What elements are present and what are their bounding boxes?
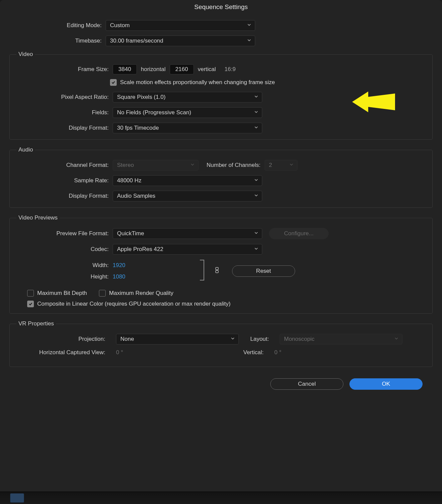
max-render-quality-checkbox[interactable] <box>99 290 106 297</box>
projection-label: Projection: <box>16 336 109 342</box>
hcv-value: 0 ° <box>116 349 230 356</box>
chevron-down-icon <box>254 246 259 253</box>
chevron-down-icon <box>247 22 252 29</box>
preview-height-value[interactable]: 1080 <box>113 273 125 280</box>
codec-label: Codec: <box>16 246 113 253</box>
video-display-format-select[interactable]: 30 fps Timecode <box>113 123 262 133</box>
vertical-label: Vertical: <box>237 349 268 356</box>
video-display-format-value: 30 fps Timecode <box>117 125 159 131</box>
fields-label: Fields: <box>16 109 113 116</box>
codec-select[interactable]: Apple ProRes 422 <box>113 244 262 255</box>
sample-rate-value: 48000 Hz <box>117 177 142 184</box>
channel-format-label: Channel Format: <box>16 162 113 169</box>
svg-rect-1 <box>216 270 218 273</box>
chevron-down-icon <box>254 193 259 199</box>
audio-display-format-value: Audio Samples <box>117 193 155 199</box>
configure-button: Configure... <box>269 228 329 239</box>
num-channels-value: 2 <box>269 162 272 169</box>
audio-display-format-label: Display Format: <box>16 193 113 199</box>
video-display-format-label: Display Format: <box>16 125 113 131</box>
bracket-icon <box>199 259 206 282</box>
preview-file-format-label: Preview File Format: <box>16 230 113 237</box>
chevron-down-icon <box>394 336 399 342</box>
sample-rate-label: Sample Rate: <box>16 177 113 184</box>
chevron-down-icon <box>254 177 259 184</box>
fields-value: No Fields (Progressive Scan) <box>117 109 191 116</box>
preview-file-format-select[interactable]: QuickTime <box>113 228 262 239</box>
editing-mode-value: Custom <box>110 22 130 29</box>
video-group: Video Frame Size: 3840 horizontal 2160 v… <box>9 51 433 140</box>
chevron-down-icon <box>254 94 259 101</box>
reset-button[interactable]: Reset <box>232 265 295 277</box>
preview-height-label: Height: <box>16 273 113 280</box>
preview-width-value[interactable]: 1920 <box>113 262 125 269</box>
preview-width-label: Width: <box>16 262 113 269</box>
vr-group: VR Properties Projection: None Layout: M… <box>9 320 433 367</box>
par-select[interactable]: Square Pixels (1.0) <box>113 92 262 103</box>
video-legend: Video <box>16 51 35 58</box>
channel-format-select: Stereo <box>113 160 199 171</box>
projection-select[interactable]: None <box>116 334 239 344</box>
vr-legend: VR Properties <box>16 320 56 327</box>
link-icon[interactable] <box>214 266 220 275</box>
audio-legend: Audio <box>16 146 35 153</box>
dialog-title: Sequence Settings <box>0 0 442 14</box>
par-value: Square Pixels (1.0) <box>117 94 166 101</box>
num-channels-select: 2 <box>265 160 297 171</box>
frame-size-label: Frame Size: <box>16 66 113 73</box>
editing-mode-select[interactable]: Custom <box>106 20 255 31</box>
projection-value: None <box>120 336 134 342</box>
audio-display-format-select[interactable]: Audio Samples <box>113 191 262 201</box>
frame-width-input[interactable]: 3840 <box>113 64 137 74</box>
background-strip <box>0 492 442 504</box>
editing-mode-label: Editing Mode: <box>9 22 106 29</box>
timeline-chip <box>10 493 24 503</box>
vertical-label: vertical <box>198 66 216 73</box>
video-previews-legend: Video Previews <box>16 214 60 221</box>
chevron-down-icon <box>289 162 294 169</box>
sample-rate-select[interactable]: 48000 Hz <box>113 175 262 186</box>
ok-button[interactable]: OK <box>349 378 423 390</box>
chevron-down-icon <box>254 230 259 237</box>
par-label: Pixel Aspect Ratio: <box>16 94 113 101</box>
cancel-button[interactable]: Cancel <box>270 378 343 390</box>
layout-select: Monoscopic <box>280 334 402 344</box>
timebase-value: 30.00 frames/second <box>110 38 163 44</box>
max-render-quality-label: Maximum Render Quality <box>109 290 173 297</box>
svg-rect-0 <box>216 267 218 270</box>
vertical-value: 0 ° <box>274 349 281 356</box>
horizontal-label: horizontal <box>141 66 166 73</box>
max-bit-depth-checkbox[interactable] <box>27 290 34 297</box>
chevron-down-icon <box>254 109 259 116</box>
timebase-select[interactable]: 30.00 frames/second <box>106 36 255 46</box>
layout-label: Layout: <box>245 336 273 342</box>
composite-linear-checkbox[interactable] <box>27 301 34 307</box>
hcv-label: Horizontal Captured View: <box>16 349 109 356</box>
chevron-down-icon <box>230 336 235 342</box>
aspect-ratio-label: 16:9 <box>225 66 236 73</box>
audio-group: Audio Channel Format: Stereo Number of C… <box>9 146 433 208</box>
scale-effects-label: Scale motion effects proportionally when… <box>120 79 275 86</box>
timebase-label: Timebase: <box>9 38 106 44</box>
chevron-down-icon <box>254 125 259 131</box>
max-bit-depth-label: Maximum Bit Depth <box>37 290 87 297</box>
codec-value: Apple ProRes 422 <box>117 246 163 253</box>
composite-linear-label: Composite in Linear Color (requires GPU … <box>37 301 230 307</box>
chevron-down-icon <box>247 38 252 44</box>
preview-file-format-value: QuickTime <box>117 230 144 237</box>
frame-height-input[interactable]: 2160 <box>170 64 194 74</box>
num-channels-label: Number of Channels: <box>207 162 261 169</box>
chevron-down-icon <box>190 162 195 169</box>
fields-select[interactable]: No Fields (Progressive Scan) <box>113 107 262 118</box>
channel-format-value: Stereo <box>117 162 134 169</box>
video-previews-group: Video Previews Preview File Format: Quic… <box>9 214 433 314</box>
layout-value: Monoscopic <box>284 336 315 342</box>
scale-effects-checkbox[interactable] <box>110 79 117 86</box>
